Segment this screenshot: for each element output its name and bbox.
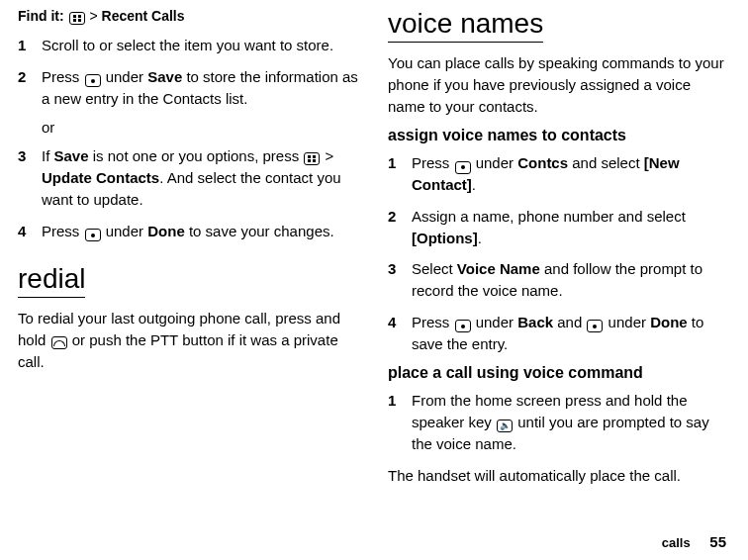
- find-it-label: Find it:: [18, 8, 64, 24]
- voice-name-label: Voice Name: [457, 260, 540, 277]
- assign-step-4: 4 Press under Back and under Done to sav…: [388, 312, 730, 355]
- left-column: Find it: > Recent Calls 1 Scroll to or s…: [18, 8, 360, 522]
- txt: under: [472, 314, 518, 330]
- txt: to save your changes.: [185, 223, 334, 239]
- menu-key-icon: [304, 152, 320, 165]
- txt: Assign a name, phone number and select: [412, 208, 686, 225]
- step-text: If Save is not one or you options, press…: [42, 145, 360, 210]
- redial-paragraph: To redial your last outgoing phone call,…: [18, 308, 360, 372]
- step-4: 4 Press under Done to save your changes.: [18, 221, 360, 242]
- assign-heading: assign voice names to contacts: [388, 127, 730, 144]
- step-text: Assign a name, phone number and select […: [412, 206, 730, 249]
- save-label: Save: [147, 68, 182, 85]
- txt: and select: [568, 154, 644, 171]
- options-label: [Options]: [412, 230, 478, 246]
- footer-page-number: 55: [709, 533, 726, 550]
- step-text: From the home screen press and hold the …: [412, 390, 730, 454]
- find-it-target: Recent Calls: [102, 8, 185, 24]
- step-text: Press under Contcs and select [New Conta…: [412, 152, 730, 196]
- assign-step-3: 3 Select Voice Name and follow the promp…: [388, 258, 730, 302]
- step-text: Press under Back and under Done to save …: [412, 312, 730, 355]
- or-text: or: [42, 119, 360, 136]
- txt: is not one or you options, press: [89, 147, 304, 164]
- step-num: 2: [388, 206, 400, 249]
- assign-steps: 1 Press under Contcs and select [New Con…: [388, 152, 730, 354]
- page-footer: calls 55: [662, 533, 726, 550]
- assign-step-2: 2 Assign a name, phone number and select…: [388, 206, 730, 249]
- step-3: 3 If Save is not one or you options, pre…: [18, 145, 360, 210]
- softkey-icon: [455, 320, 471, 332]
- step-num: 3: [388, 258, 400, 302]
- step-num: 1: [388, 390, 400, 454]
- step-text: Scroll to or select the item you want to…: [42, 35, 360, 56]
- voice-names-intro: You can place calls by speaking commands…: [388, 52, 730, 117]
- softkey-icon: [455, 161, 471, 174]
- txt: under: [604, 314, 650, 330]
- txt: Press: [412, 314, 454, 330]
- step-text: Press under Save to store the informatio…: [42, 66, 360, 110]
- softkey-icon: [587, 320, 603, 332]
- txt: Press: [42, 68, 84, 85]
- back-label: Back: [517, 314, 553, 330]
- find-it-sep: >: [89, 8, 101, 24]
- step-2: 2 Press under Save to store the informat…: [18, 66, 360, 110]
- txt: .: [472, 176, 476, 193]
- txt: under: [102, 68, 148, 85]
- right-column: voice names You can place calls by speak…: [388, 8, 730, 522]
- left-steps-cont: 3 If Save is not one or you options, pre…: [18, 145, 360, 241]
- step-1: 1 Scroll to or select the item you want …: [18, 35, 360, 56]
- place-call-heading: place a call using voice command: [388, 364, 730, 382]
- place-end-paragraph: The handset will automatically place the…: [388, 465, 730, 487]
- txt: Press: [412, 154, 454, 171]
- step-num: 3: [18, 145, 30, 210]
- txt: under: [102, 223, 148, 239]
- step-text: Press under Done to save your changes.: [42, 221, 360, 242]
- step-num: 1: [388, 152, 400, 196]
- send-key-icon: [51, 336, 67, 349]
- update-contacts-label: Update Contacts: [42, 169, 159, 186]
- find-it-line: Find it: > Recent Calls: [18, 8, 360, 25]
- voice-names-heading: voice names: [388, 8, 543, 43]
- softkey-icon: [85, 74, 101, 87]
- place-step-1: 1 From the home screen press and hold th…: [388, 390, 730, 454]
- done-label: Done: [650, 314, 688, 330]
- step-num: 4: [388, 312, 400, 355]
- save-label: Save: [54, 147, 89, 164]
- left-steps: 1 Scroll to or select the item you want …: [18, 35, 360, 109]
- step-num: 4: [18, 221, 30, 242]
- txt: under: [472, 154, 518, 171]
- txt: and: [553, 314, 586, 330]
- txt: Press: [42, 223, 84, 239]
- assign-step-1: 1 Press under Contcs and select [New Con…: [388, 152, 730, 196]
- txt: .: [478, 230, 482, 246]
- footer-section: calls: [662, 535, 691, 550]
- contcs-label: Contcs: [517, 154, 568, 171]
- redial-heading: redial: [18, 263, 85, 298]
- step-num: 1: [18, 35, 30, 56]
- txt: Select: [412, 260, 457, 277]
- softkey-icon: [85, 229, 101, 241]
- place-steps: 1 From the home screen press and hold th…: [388, 390, 730, 454]
- txt: >: [321, 147, 333, 164]
- step-text: Select Voice Name and follow the prompt …: [412, 258, 730, 302]
- menu-key-icon: [69, 12, 85, 25]
- done-label: Done: [147, 223, 185, 239]
- step-num: 2: [18, 66, 30, 110]
- txt: If: [42, 147, 54, 164]
- speaker-key-icon: [497, 420, 513, 432]
